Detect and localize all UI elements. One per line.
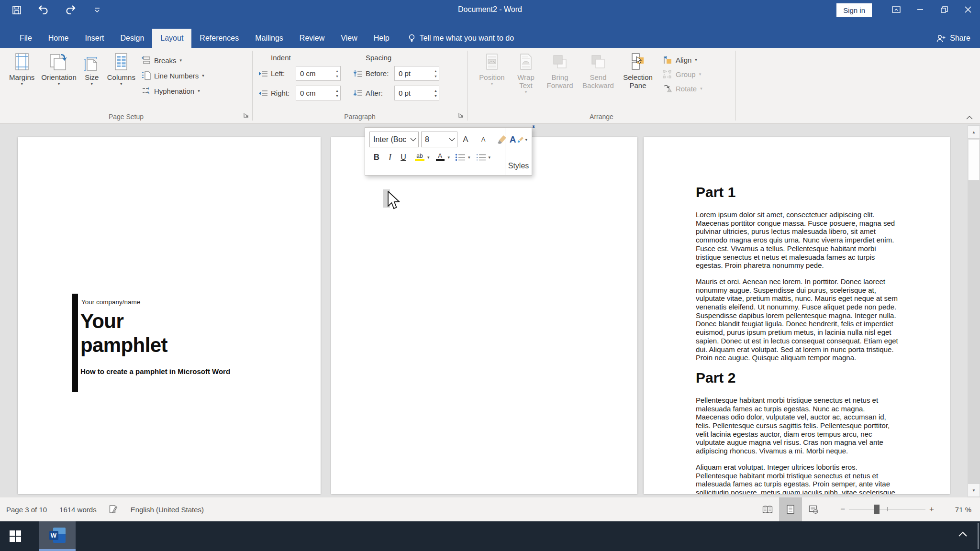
zoom-slider-thumb[interactable] <box>874 505 880 514</box>
show-hidden-icons-button[interactable] <box>958 530 968 539</box>
close-button[interactable] <box>956 0 980 19</box>
tab-design[interactable]: Design <box>112 29 152 48</box>
spinner-down-icon[interactable]: ▼ <box>434 94 437 98</box>
print-layout-button[interactable] <box>779 497 802 521</box>
part1-heading: Part 1 <box>696 184 899 200</box>
page-left[interactable]: Your company/name Your pamphlet How to c… <box>18 137 321 494</box>
spinner-up-icon[interactable]: ▲ <box>335 69 339 73</box>
tab-mailings[interactable]: Mailings <box>247 29 291 48</box>
vertical-scrollbar[interactable]: ▲ ▼ <box>968 125 980 497</box>
chevron-down-icon[interactable]: ▾ <box>427 155 430 160</box>
part2-paragraph: Pellentesque habitant morbi tristique se… <box>696 396 899 455</box>
bold-button[interactable]: B <box>371 150 382 165</box>
chevron-down-icon: ▾ <box>120 81 122 86</box>
restore-button[interactable] <box>932 0 956 19</box>
italic-button[interactable]: I <box>384 150 396 165</box>
page-right[interactable]: Part 1 Lorem ipsum dolor sit amet, conse… <box>644 137 950 494</box>
bullets-button[interactable] <box>455 150 466 165</box>
spinner-down-icon[interactable]: ▼ <box>434 75 437 78</box>
page-indicator[interactable]: Page 3 of 10 <box>6 506 47 514</box>
chevron-down-icon: ▾ <box>90 81 93 86</box>
read-mode-button[interactable] <box>756 497 779 521</box>
scroll-up-button[interactable]: ▲ <box>968 126 980 138</box>
spacing-after-field[interactable]: 0 pt ▲ ▼ <box>394 86 439 100</box>
taskbar-word-button[interactable]: W <box>39 521 76 551</box>
styles-gallery-button[interactable]: A ▾ <box>510 132 527 147</box>
selection-pane-icon <box>629 51 646 73</box>
font-name-select[interactable]: Inter (Boc <box>369 132 419 147</box>
share-button[interactable]: Share <box>936 29 970 48</box>
size-button[interactable]: Size ▾ <box>80 50 104 87</box>
sign-in-button[interactable]: Sign in <box>836 3 872 17</box>
caret-down-icon: ▼ <box>972 488 976 493</box>
scroll-down-button[interactable]: ▼ <box>968 484 980 496</box>
orientation-button[interactable]: Orientation ▾ <box>38 50 79 87</box>
line-numbers-button[interactable]: Line Numbers ▾ <box>142 71 204 80</box>
hyphenation-label: Hyphenation <box>154 87 194 95</box>
zoom-slider[interactable] <box>849 504 925 515</box>
tab-file[interactable]: File <box>11 29 40 48</box>
tell-me-box[interactable]: Tell me what you want to do <box>408 29 514 48</box>
group-label-paragraph: Paragraph <box>253 113 467 121</box>
align-button[interactable]: Align ▾ <box>663 55 702 64</box>
grow-font-icon: A <box>463 135 468 144</box>
tab-layout[interactable]: Layout <box>152 29 191 48</box>
font-size-select[interactable]: 8 <box>421 132 457 147</box>
styles-label[interactable]: Styles <box>508 162 529 170</box>
chevron-down-icon[interactable]: ▾ <box>448 155 450 160</box>
columns-icon <box>113 51 129 73</box>
word-count[interactable]: 1614 words <box>59 506 97 514</box>
start-button[interactable] <box>0 521 31 551</box>
chevron-up-icon <box>958 531 968 537</box>
pamphlet-accent-bar <box>72 294 78 392</box>
minimize-button[interactable] <box>908 0 932 19</box>
tab-view[interactable]: View <box>333 29 365 48</box>
columns-button[interactable]: Columns ▾ <box>104 50 139 87</box>
spinner-up-icon[interactable]: ▲ <box>434 89 437 92</box>
spinner-down-icon[interactable]: ▼ <box>335 94 339 98</box>
spinner-down-icon[interactable]: ▼ <box>335 75 339 78</box>
highlight-button[interactable]: ab <box>414 150 425 165</box>
ribbon: Margins ▾ Orientation ▾ Size ▾ <box>0 48 980 124</box>
rotate-button: Rotate ▾ <box>663 84 702 93</box>
numbering-button[interactable] <box>475 150 487 165</box>
hyphenation-icon <box>142 87 151 95</box>
zoom-percentage[interactable]: 71 % <box>941 506 971 514</box>
shrink-font-button[interactable]: A▼ <box>478 132 489 147</box>
collapse-ribbon-button[interactable] <box>966 113 973 122</box>
chevron-down-icon[interactable]: ▾ <box>489 155 491 160</box>
underline-button[interactable]: U <box>398 150 409 165</box>
breaks-button[interactable]: Breaks ▾ <box>142 56 204 65</box>
hyphenation-button[interactable]: Hyphenation ▾ <box>142 87 204 95</box>
show-desktop-button[interactable] <box>978 523 979 549</box>
margins-label: Margins <box>9 73 34 81</box>
indent-right-field[interactable]: 0 cm ▲ ▼ <box>296 86 341 100</box>
zoom-in-button[interactable]: + <box>925 505 938 514</box>
page-setup-dialog-launcher[interactable] <box>243 111 249 120</box>
tab-home[interactable]: Home <box>40 29 77 48</box>
tab-insert[interactable]: Insert <box>77 29 112 48</box>
tab-references[interactable]: References <box>191 29 247 48</box>
margins-button[interactable]: Margins ▾ <box>6 50 38 87</box>
font-color-button[interactable]: A <box>434 150 446 165</box>
chevron-down-icon[interactable]: ▾ <box>468 155 470 160</box>
spinner-up-icon[interactable]: ▲ <box>434 69 437 73</box>
web-layout-button[interactable] <box>802 497 825 521</box>
tab-help[interactable]: Help <box>366 29 398 48</box>
scrollbar-thumb[interactable] <box>968 139 980 180</box>
indent-left-field[interactable]: 0 cm ▲ ▼ <box>296 66 341 81</box>
proofing-status-icon[interactable] <box>109 505 118 514</box>
spinner-up-icon[interactable]: ▲ <box>335 89 339 92</box>
status-bar: Page 3 of 10 1614 words English (United … <box>0 497 980 521</box>
spacing-before-field[interactable]: 0 pt ▲ ▼ <box>394 66 439 81</box>
tab-review[interactable]: Review <box>291 29 333 48</box>
zoom-out-button[interactable]: − <box>836 505 849 514</box>
ribbon-display-options-button[interactable] <box>884 0 908 19</box>
lightbulb-icon <box>408 34 415 43</box>
selection-pane-button[interactable]: Selection Pane <box>618 50 658 90</box>
page-middle[interactable] <box>331 137 637 494</box>
wrap-text-label: Wrap Text <box>514 73 538 89</box>
language-indicator[interactable]: English (United States) <box>131 506 204 514</box>
paragraph-dialog-launcher[interactable] <box>458 111 464 120</box>
grow-font-button[interactable]: A▲ <box>460 132 471 147</box>
